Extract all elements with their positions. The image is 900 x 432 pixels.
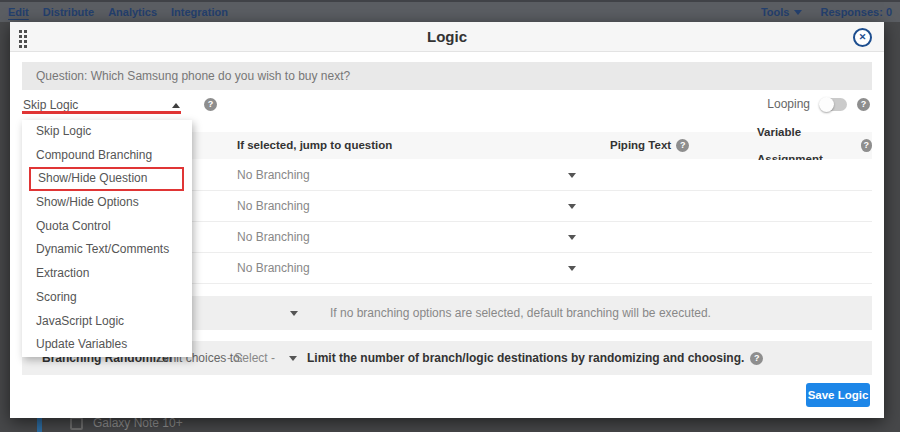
chevron-up-icon bbox=[172, 103, 180, 108]
question-text: Question: Which Samsung phone do you wis… bbox=[22, 62, 872, 90]
background-answer-checkbox bbox=[70, 417, 83, 430]
branching-value: No Branching bbox=[237, 191, 310, 221]
chevron-down-icon bbox=[568, 235, 576, 240]
branching-value: No Branching bbox=[237, 253, 310, 283]
help-icon[interactable]: ? bbox=[857, 98, 870, 111]
chevron-down-icon bbox=[289, 356, 297, 361]
tools-label: Tools bbox=[761, 6, 790, 18]
dropdown-item-show-hide-options[interactable]: Show/Hide Options bbox=[22, 191, 192, 215]
dropdown-item-compound-branching[interactable]: Compound Branching bbox=[22, 144, 192, 168]
topbar-menu: Edit Distribute Analytics Integration bbox=[0, 6, 228, 18]
dropdown-item-scoring[interactable]: Scoring bbox=[22, 286, 192, 310]
help-icon[interactable]: ? bbox=[676, 139, 689, 152]
toggle-knob bbox=[819, 97, 834, 112]
dropdown-item-skip-logic[interactable]: Skip Logic bbox=[22, 120, 192, 144]
dropdown-item-show-hide-question[interactable]: Show/Hide Question bbox=[29, 167, 184, 191]
logic-modal: Logic ✕ Question: Which Samsung phone do… bbox=[10, 22, 884, 418]
modal-header: Logic ✕ bbox=[10, 22, 884, 52]
close-icon[interactable]: ✕ bbox=[853, 28, 872, 47]
chevron-down-icon bbox=[568, 204, 576, 209]
dropdown-item-extraction[interactable]: Extraction bbox=[22, 262, 192, 286]
nav-item-edit[interactable]: Edit bbox=[8, 6, 29, 18]
column-header-variable: Variable Assignment ? bbox=[757, 132, 872, 159]
piping-label: Piping Text bbox=[610, 132, 671, 159]
topbar-right: Tools Responses: 0 bbox=[761, 6, 900, 18]
randomizer-note: Limit the number of branch/logic destina… bbox=[307, 341, 763, 375]
dropdown-item-dynamic-text[interactable]: Dynamic Text/Comments bbox=[22, 238, 192, 262]
column-header-jump: If selected, jump to question bbox=[237, 132, 392, 159]
drag-handle-icon[interactable] bbox=[19, 30, 27, 48]
logic-type-dropdown: Skip Logic Compound Branching Show/Hide … bbox=[22, 120, 192, 357]
save-logic-button[interactable]: Save Logic bbox=[806, 383, 870, 407]
responses-count: Responses: 0 bbox=[820, 6, 892, 18]
dropdown-item-quota-control[interactable]: Quota Control bbox=[22, 215, 192, 239]
looping-label: Looping bbox=[767, 97, 810, 111]
dropdown-item-javascript-logic[interactable]: JavaScript Logic bbox=[22, 310, 192, 334]
dropdown-item-update-variables[interactable]: Update Variables bbox=[22, 333, 192, 357]
default-branching-note: If no branching options are selected, de… bbox=[330, 296, 711, 330]
randomizer-select[interactable]: - Select - bbox=[227, 341, 275, 375]
looping-toggle[interactable] bbox=[820, 98, 847, 111]
modal-title: Logic bbox=[10, 22, 884, 52]
chevron-down-icon bbox=[568, 173, 576, 178]
looping-control: Looping ? bbox=[767, 97, 870, 111]
app-topbar: Edit Distribute Analytics Integration To… bbox=[0, 0, 900, 22]
chevron-down-icon bbox=[794, 10, 802, 15]
app-screen: Edit Distribute Analytics Integration To… bbox=[0, 0, 900, 432]
nav-item-distribute[interactable]: Distribute bbox=[43, 6, 94, 18]
logic-type-select[interactable]: Skip Logic bbox=[23, 98, 78, 112]
question-bar: Question: Which Samsung phone do you wis… bbox=[22, 62, 872, 90]
help-icon[interactable]: ? bbox=[861, 139, 872, 152]
randomizer-note-text: Limit the number of branch/logic destina… bbox=[307, 341, 744, 375]
nav-item-integration[interactable]: Integration bbox=[171, 6, 228, 18]
tools-menu[interactable]: Tools bbox=[761, 6, 803, 18]
column-header-piping: Piping Text ? bbox=[610, 132, 689, 159]
chevron-down-icon[interactable] bbox=[290, 311, 298, 316]
branching-value: No Branching bbox=[237, 160, 310, 190]
branching-value: No Branching bbox=[237, 222, 310, 252]
background-answer-option: Galaxy Note 10+ bbox=[93, 416, 183, 430]
nav-item-analytics[interactable]: Analytics bbox=[108, 6, 157, 18]
help-icon[interactable]: ? bbox=[204, 98, 217, 111]
chevron-down-icon bbox=[568, 266, 576, 271]
active-logic-underline bbox=[22, 111, 181, 114]
help-icon[interactable]: ? bbox=[750, 352, 763, 365]
